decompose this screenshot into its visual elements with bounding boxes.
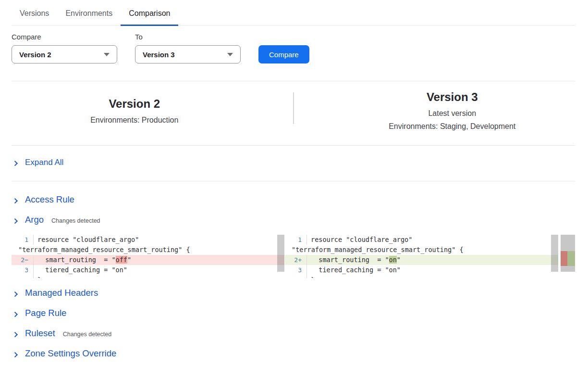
chevron-right-icon — [12, 291, 18, 297]
diff-line-wrap: "terraform_managed_resource_smart_routin… — [12, 245, 284, 255]
compare-button[interactable]: Compare — [258, 45, 309, 63]
tab-environments[interactable]: Environments — [57, 6, 121, 25]
right-version-title: Version 3 — [427, 90, 478, 104]
section-access-rule[interactable]: Access Rule — [12, 194, 575, 205]
code-text: } — [307, 275, 558, 278]
code-text: } — [34, 275, 284, 278]
code-text: "terraform_managed_resource_smart_routin… — [292, 245, 558, 255]
line-number — [285, 245, 292, 255]
code-text: tiered_caching = "on" — [307, 265, 558, 275]
version-header-right: Version 3 Latest version Environments: S… — [294, 89, 576, 133]
added-word-highlight: on — [389, 256, 397, 264]
section-label: Zone Settings Override — [25, 348, 116, 359]
comparison-page: Versions Environments Comparison Compare… — [0, 0, 588, 379]
section-label: Page Rule — [25, 308, 66, 318]
compare-from-field: Compare Version 2 — [12, 33, 117, 63]
diff-line: 4 } — [285, 275, 558, 278]
diff-line: 3 tiered_caching = "on" — [285, 265, 558, 275]
line-number: 3 — [12, 265, 34, 275]
compare-from-label: Compare — [12, 33, 117, 41]
diff-line: 1 resource "cloudflare_argo" — [285, 235, 558, 245]
minimap-added-marker — [567, 251, 575, 266]
compare-to-select[interactable]: Version 3 — [135, 45, 241, 63]
version-headers: Version 2 Environments: Production Versi… — [12, 81, 575, 146]
section-argo[interactable]: Argo Changes detected — [12, 215, 575, 225]
chevron-right-icon — [12, 332, 18, 337]
code-text: smart_routing = "off" — [34, 255, 284, 265]
tab-bar: Versions Environments Comparison — [12, 0, 575, 25]
diff-line-wrap: "terraform_managed_resource_smart_routin… — [285, 245, 558, 255]
line-number: 1 — [12, 235, 34, 245]
compare-from-value: Version 2 — [19, 51, 51, 59]
diff-line: 3 tiered_caching = "on" — [12, 265, 284, 275]
chevron-right-icon — [12, 312, 18, 317]
diff-pane-left: 1 resource "cloudflare_argo" "terraform_… — [12, 235, 284, 278]
code-text: smart_routing = "on" — [307, 255, 558, 265]
section-label: Ruleset — [25, 328, 55, 339]
expand-all-label: Expand All — [25, 158, 63, 167]
chevron-down-icon — [104, 53, 110, 56]
code-text: "terraform_managed_resource_smart_routin… — [18, 245, 284, 255]
expand-all-button[interactable]: Expand All — [12, 158, 575, 167]
removed-word-highlight: off — [116, 256, 127, 264]
line-number: 2+ — [285, 255, 307, 265]
line-number: 2− — [12, 255, 34, 265]
section-label: Access Rule — [25, 194, 74, 205]
compare-to-label: To — [135, 33, 241, 41]
diff-line: 4 } — [12, 275, 284, 278]
section-label: Argo — [25, 215, 44, 225]
compare-from-select[interactable]: Version 2 — [12, 45, 117, 63]
section-managed-headers[interactable]: Managed Headers — [12, 288, 575, 298]
minimap-change-band — [561, 251, 575, 266]
line-number: 4 — [285, 275, 307, 278]
right-version-subtitle: Latest version — [428, 107, 476, 120]
chevron-right-icon — [12, 198, 18, 203]
tab-comparison[interactable]: Comparison — [121, 6, 178, 25]
right-version-environments: Environments: Staging, Development — [389, 120, 515, 133]
section-label: Managed Headers — [25, 288, 98, 298]
chevron-right-icon — [12, 352, 18, 357]
expand-all-row: Expand All — [12, 146, 575, 181]
argo-diff-viewer: 1 resource "cloudflare_argo" "terraform_… — [12, 235, 575, 278]
chevron-right-icon — [12, 218, 18, 224]
compare-to-value: Version 3 — [143, 51, 175, 59]
chevron-right-icon — [12, 161, 18, 166]
code-text: resource "cloudflare_argo" — [307, 235, 558, 245]
line-number: 4 — [12, 275, 34, 278]
line-number: 1 — [285, 235, 307, 245]
diff-line-removed: 2− smart_routing = "off" — [12, 255, 284, 265]
section-page-rule[interactable]: Page Rule — [12, 308, 575, 318]
compare-form: Compare Version 2 To Version 3 Compare — [12, 33, 575, 63]
left-pane-scrollbar[interactable] — [277, 235, 284, 272]
left-version-title: Version 2 — [109, 97, 160, 111]
changes-detected-badge: Changes detected — [51, 217, 100, 224]
diff-line-added: 2+ smart_routing = "on" — [285, 255, 558, 265]
compare-to-field: To Version 3 — [135, 33, 241, 63]
tab-versions[interactable]: Versions — [12, 6, 57, 25]
version-header-left: Version 2 Environments: Production — [12, 89, 293, 133]
chevron-down-icon — [227, 53, 233, 56]
code-text: resource "cloudflare_argo" — [34, 235, 284, 245]
diff-minimap[interactable] — [561, 235, 575, 272]
line-number: 3 — [285, 265, 307, 275]
line-number — [12, 245, 18, 255]
code-text: tiered_caching = "on" — [34, 265, 284, 275]
left-version-environments: Environments: Production — [90, 114, 178, 126]
section-ruleset[interactable]: Ruleset Changes detected — [12, 328, 575, 339]
minimap-removed-marker — [561, 251, 567, 266]
diff-line: 1 resource "cloudflare_argo" — [12, 235, 284, 245]
section-zone-settings-override[interactable]: Zone Settings Override — [12, 348, 575, 359]
changes-detected-badge: Changes detected — [63, 331, 111, 338]
diff-pane-right: 1 resource "cloudflare_argo" "terraform_… — [285, 235, 558, 278]
right-pane-scrollbar[interactable] — [551, 235, 558, 272]
